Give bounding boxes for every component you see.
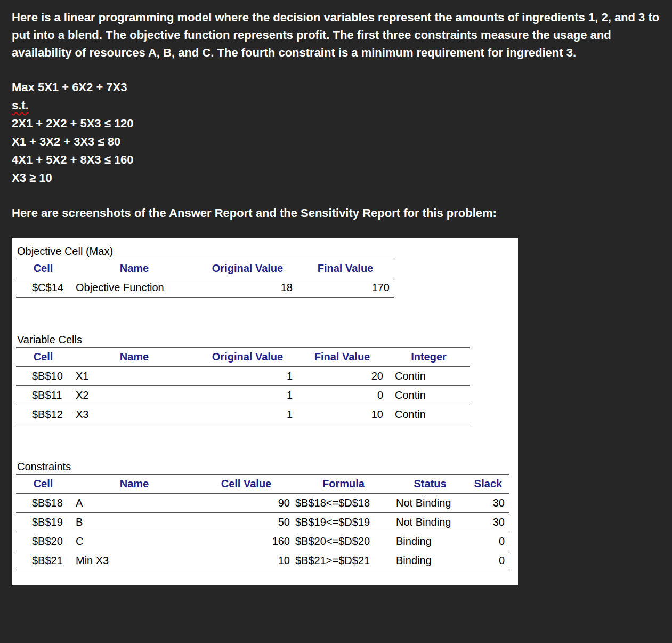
cell-value: 50 — [198, 513, 294, 532]
formula: $B$19<=$D$19 — [294, 513, 393, 532]
row-name: B — [70, 513, 198, 532]
subject-to-word: s.t. — [12, 97, 29, 115]
original-value: 1 — [198, 405, 297, 424]
formula: $B$21>=$D$21 — [294, 551, 393, 570]
constraint-line-4: X3 ≥ 10 — [12, 169, 660, 187]
column-header-cell: Cell — [16, 259, 70, 278]
row-name: Min X3 — [70, 551, 198, 570]
table-row: $B$12 X3 1 10 Contin — [16, 405, 470, 424]
column-header-final-value: Final Value — [297, 348, 387, 367]
original-value: 1 — [198, 386, 297, 405]
column-header-final-value: Final Value — [297, 259, 394, 278]
column-header-formula: Formula — [294, 475, 393, 494]
cell-ref: $B$11 — [16, 386, 70, 405]
constraints-table: Cell Name Cell Value Formula Status Slac… — [16, 474, 509, 570]
integer-type: Contin — [387, 405, 470, 424]
reports-intro-line: Here are screenshots of the Answer Repor… — [12, 204, 660, 222]
slack: 30 — [467, 494, 509, 513]
column-header-cell: Cell — [16, 475, 70, 494]
table-row: $C$14 Objective Function 18 170 — [16, 278, 394, 298]
constraint-line-1: 2X1 + 2X2 + 5X3 ≤ 120 — [12, 115, 660, 133]
objective-function-line: Max 5X1 + 6X2 + 7X3 — [12, 78, 660, 97]
status: Binding — [393, 532, 467, 551]
slack: 30 — [467, 513, 509, 532]
section-title-objective: Objective Cell (Max) — [16, 245, 518, 258]
column-header-status: Status — [393, 475, 467, 494]
constraint-line-2: X1 + 3X2 + 3X3 ≤ 80 — [12, 133, 660, 151]
constraint-line-3: 4X1 + 5X2 + 8X3 ≤ 160 — [12, 151, 660, 169]
integer-type: Contin — [387, 386, 470, 405]
table-row: $B$10 X1 1 20 Contin — [16, 367, 470, 386]
page: Here is a linear programming model where… — [0, 0, 672, 585]
cell-value: 90 — [198, 494, 294, 513]
table-row: $B$20 C 160 $B$20<=$D$20 Binding 0 — [16, 532, 509, 551]
formula: $B$18<=$D$18 — [294, 494, 393, 513]
final-value: 10 — [297, 405, 387, 424]
final-value: 20 — [297, 367, 387, 386]
cell-ref: $B$18 — [16, 494, 70, 513]
row-name: Objective Function — [70, 278, 198, 298]
status: Not Binding — [393, 494, 467, 513]
original-value: 1 — [198, 367, 297, 386]
cell-ref: $B$21 — [16, 551, 70, 570]
cell-ref: $B$12 — [16, 405, 70, 424]
variables-table: Cell Name Original Value Final Value Int… — [16, 347, 470, 424]
section-title-constraints: Constraints — [16, 461, 518, 473]
variable-cells-section: Variable Cells Cell Name Original Value … — [16, 334, 518, 424]
row-name: A — [70, 494, 198, 513]
cell-ref: $B$10 — [16, 367, 70, 386]
variables-header-row: Cell Name Original Value Final Value Int… — [16, 348, 470, 367]
objective-header-row: Cell Name Original Value Final Value — [16, 259, 394, 278]
row-name: X2 — [70, 386, 198, 405]
status: Not Binding — [393, 513, 467, 532]
constraints-header-row: Cell Name Cell Value Formula Status Slac… — [16, 475, 509, 494]
column-header-original-value: Original Value — [198, 348, 297, 367]
column-header-cell-value: Cell Value — [198, 475, 294, 494]
final-value: 170 — [297, 278, 394, 298]
cell-ref: $C$14 — [16, 278, 70, 298]
column-header-name: Name — [70, 259, 198, 278]
cell-value: 160 — [198, 532, 294, 551]
column-header-slack: Slack — [467, 475, 509, 494]
section-title-variables: Variable Cells — [16, 334, 518, 346]
table-row: $B$11 X2 1 0 Contin — [16, 386, 470, 405]
table-row: $B$21 Min X3 10 $B$21>=$D$21 Binding 0 — [16, 551, 509, 570]
lp-model: Max 5X1 + 6X2 + 7X3 s.t. 2X1 + 2X2 + 5X3… — [12, 78, 660, 187]
subject-to-line: s.t. — [12, 97, 660, 115]
column-header-name: Name — [70, 475, 198, 494]
final-value: 0 — [297, 386, 387, 405]
formula: $B$20<=$D$20 — [294, 532, 393, 551]
table-row: $B$19 B 50 $B$19<=$D$19 Not Binding 30 — [16, 513, 509, 532]
row-name: X1 — [70, 367, 198, 386]
objective-cell-section: Objective Cell (Max) Cell Name Original … — [16, 245, 518, 298]
intro-paragraph: Here is a linear programming model where… — [12, 9, 660, 61]
original-value: 18 — [198, 278, 297, 298]
status: Binding — [393, 551, 467, 570]
slack: 0 — [467, 532, 509, 551]
constraints-section: Constraints Cell Name Cell Value Formula… — [16, 461, 518, 570]
objective-table: Cell Name Original Value Final Value $C$… — [16, 259, 394, 298]
answer-report-screenshot: Objective Cell (Max) Cell Name Original … — [12, 238, 518, 585]
slack: 0 — [467, 551, 509, 570]
cell-ref: $B$20 — [16, 532, 70, 551]
integer-type: Contin — [387, 367, 470, 386]
row-name: C — [70, 532, 198, 551]
table-row: $B$18 A 90 $B$18<=$D$18 Not Binding 30 — [16, 494, 509, 513]
column-header-cell: Cell — [16, 348, 70, 367]
cell-value: 10 — [198, 551, 294, 570]
cell-ref: $B$19 — [16, 513, 70, 532]
column-header-name: Name — [70, 348, 198, 367]
row-name: X3 — [70, 405, 198, 424]
column-header-integer: Integer — [387, 348, 470, 367]
column-header-original-value: Original Value — [198, 259, 297, 278]
